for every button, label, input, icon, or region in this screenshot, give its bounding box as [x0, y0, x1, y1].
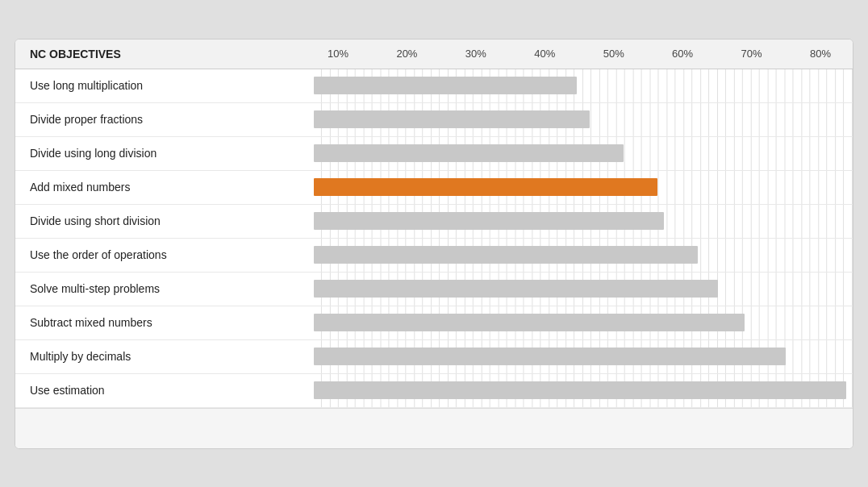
- header-tick: 10%: [314, 48, 362, 60]
- chart-row: Divide using long division: [15, 137, 853, 171]
- chart-footer: [15, 408, 853, 448]
- bar-area: [314, 205, 853, 238]
- bar: [314, 77, 577, 94]
- chart-row: Use estimation: [15, 374, 853, 408]
- bar-area: [314, 374, 853, 407]
- row-label: Solve multi-step problems: [15, 282, 314, 295]
- chart-body: Use long multiplicationDivide proper fra…: [15, 69, 853, 408]
- bar-highlighted: [314, 178, 657, 196]
- header-tick: 20%: [382, 48, 431, 60]
- bar: [314, 212, 664, 230]
- row-label: Divide using long division: [15, 147, 314, 160]
- chart-container: NC OBJECTIVES 10%20%30%40%50%60%70%80% U…: [15, 39, 853, 449]
- header-tick: 40%: [520, 48, 569, 60]
- chart-row: Add mixed numbers: [15, 171, 853, 205]
- bar: [314, 381, 846, 399]
- bar-area: [314, 69, 853, 102]
- header-tick: 30%: [452, 48, 500, 60]
- header-tick: 50%: [590, 48, 638, 60]
- chart-row: Use the order of operations: [15, 239, 853, 273]
- header-tick: 80%: [796, 48, 845, 60]
- chart-row: Divide proper fractions: [15, 103, 853, 137]
- header-tick: 70%: [728, 48, 776, 60]
- chart-row: Multiply by decimals: [15, 340, 853, 374]
- row-label: Use the order of operations: [15, 248, 314, 261]
- chart-row: Use long multiplication: [15, 69, 853, 103]
- row-label: Use long multiplication: [15, 79, 314, 92]
- bar-area: [314, 239, 853, 272]
- chart-title: NC OBJECTIVES: [15, 48, 314, 60]
- bar-area: [314, 103, 853, 136]
- bar: [314, 246, 698, 264]
- bar: [314, 314, 745, 331]
- chart-row: Solve multi-step problems: [15, 273, 853, 306]
- bar-area: [314, 306, 853, 339]
- chart-row: Divide using short division: [15, 205, 853, 239]
- bar: [314, 110, 590, 128]
- row-label: Use estimation: [15, 384, 314, 397]
- chart-header: NC OBJECTIVES 10%20%30%40%50%60%70%80%: [15, 40, 853, 69]
- bar: [314, 280, 718, 298]
- bar-area: [314, 273, 853, 306]
- chart-row: Subtract mixed numbers: [15, 306, 853, 340]
- header-ticks: 10%20%30%40%50%60%70%80%: [314, 48, 853, 60]
- row-label: Subtract mixed numbers: [15, 316, 314, 329]
- bar: [314, 144, 624, 162]
- bar-area: [314, 171, 853, 204]
- bar-area: [314, 340, 853, 373]
- row-label: Add mixed numbers: [15, 181, 314, 194]
- bar-area: [314, 137, 853, 170]
- row-label: Divide using short division: [15, 214, 314, 227]
- header-tick: 60%: [658, 48, 707, 60]
- row-label: Multiply by decimals: [15, 350, 314, 363]
- bar: [314, 348, 786, 365]
- row-label: Divide proper fractions: [15, 113, 314, 126]
